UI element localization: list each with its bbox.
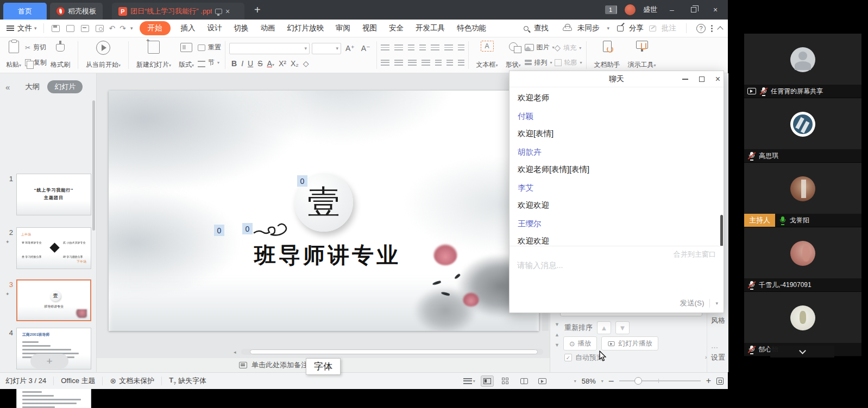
text-direction-icon[interactable] [431,44,439,50]
slide-thumb-3-selected[interactable]: 3 ✦ 壹 班导师讲专业 [0,279,97,324]
chevron-down-icon[interactable]: ▾ [601,379,603,384]
thumbnail-selected[interactable]: 壹 班导师讲专业 [16,279,91,321]
help-icon[interactable]: ? [696,24,706,33]
style-tab[interactable]: 风格 [711,316,725,326]
user-avatar[interactable] [625,4,636,15]
slideshow-play-button[interactable]: 幻灯片播放 [601,336,658,350]
copy-button[interactable]: 复制 [25,58,47,67]
textbox-button[interactable]: A 文本框▾ [473,40,502,70]
menu-tab-security[interactable]: 安全 [389,23,404,33]
line-spacing-icon[interactable] [444,44,453,50]
menu-tab-view[interactable]: 视图 [362,23,377,33]
presentation-tools-button[interactable]: 演示工具▾ [624,40,660,70]
reading-view-button[interactable] [518,375,531,387]
tab-home[interactable]: 首页 [3,3,47,20]
shapes-button[interactable]: 形状▾ [502,40,525,70]
menu-icon[interactable] [7,25,14,31]
quickbar-more-icon[interactable]: ▾ [130,25,133,31]
chat-input[interactable] [516,260,679,270]
clear-format-icon[interactable]: ◇ [303,59,309,68]
zoom-out-button[interactable]: – [609,376,614,386]
participant-tile[interactable]: 千雪儿,-41907091 [744,227,861,292]
participant-tile[interactable]: 主持人 戈誉阳 [744,163,861,227]
cloud-sync-icon[interactable] [563,26,572,31]
window-count-badge[interactable]: 1 [605,5,617,14]
outline-tab[interactable]: 大纲 [25,82,40,92]
chat-sender[interactable]: 付颖 [518,111,708,122]
redo-icon[interactable]: ↷ [119,24,126,33]
menu-tab-slideshow[interactable]: 幻灯片放映 [287,23,324,33]
subscript-button[interactable]: X₂ [291,59,299,68]
menu-tab-design[interactable]: 设计 [207,23,222,33]
participant-tile[interactable]: 高思琪 [744,98,861,163]
scroll-down-icon[interactable]: ▼ [555,322,559,327]
scroll-left-icon[interactable]: ◂ [234,349,236,355]
missing-font-label[interactable]: 缺失字体 [178,376,206,386]
protection-status[interactable]: 文档未保护 [119,376,154,386]
merge-to-main-link[interactable]: 合并到主窗口 [674,250,716,259]
chat-sender[interactable]: 李艾 [518,183,708,193]
menu-tab-home[interactable]: 开始 [140,21,171,35]
bold-button[interactable]: B [231,59,237,68]
numbered-list-icon[interactable] [394,44,403,50]
slide-canvas[interactable]: 壹 0 0 0 班导师讲专业 [109,91,539,331]
bullet-list-icon[interactable] [381,44,389,50]
menu-tab-insert[interactable]: 插入 [181,23,196,33]
zoom-slider[interactable] [619,380,701,381]
file-menu[interactable]: 文件 [17,23,32,33]
normal-view-button[interactable] [481,375,494,387]
close-window-icon[interactable]: × [708,5,722,14]
page-up-icon[interactable]: ▲ [555,332,559,337]
theme-label[interactable]: Office 主题 [61,376,95,386]
minimize-icon[interactable]: – [665,5,679,14]
chat-titlebar[interactable]: 聊天 × [510,71,724,87]
chat-close-icon[interactable]: × [715,74,720,84]
decrease-font-button[interactable]: A⁻ [361,44,370,53]
collapse-ribbon-icon[interactable] [717,26,723,32]
user-name[interactable]: 盛世 [643,5,657,15]
font-name-select[interactable]: ▾ [229,43,310,54]
send-options-icon[interactable]: ▾ [715,301,718,306]
font-size-select[interactable]: ▾ [312,43,341,54]
settings-tab[interactable]: 设置 [711,353,725,362]
close-tab-icon[interactable]: × [225,7,230,16]
layout-button[interactable]: 版式▾ [175,40,198,70]
chevron-right-icon[interactable]: › [705,354,707,360]
align-text-icon[interactable] [458,44,464,50]
cut-button[interactable]: ✂剪切 [25,43,47,52]
columns-icon[interactable] [446,60,453,66]
increase-font-button[interactable]: A⁺ [345,44,355,53]
menu-tab-review[interactable]: 审阅 [336,23,350,33]
chevron-down-icon[interactable]: ▾ [34,25,37,31]
chat-maximize-icon[interactable] [699,76,705,82]
slide-thumb-1[interactable]: 1 “线上学习我能行” 主题团日 [0,174,97,218]
slides-tab[interactable]: 幻灯片 [47,80,83,93]
doc-assistant-button[interactable]: 文档助手 [590,40,624,70]
zoom-slider-handle[interactable] [634,377,642,385]
export-icon[interactable] [66,25,74,32]
align-left-icon[interactable] [381,60,389,66]
zoom-in-button[interactable]: + [706,376,711,386]
new-tab-button[interactable]: + [254,4,261,15]
justify-icon[interactable] [422,60,430,66]
play-from-current-button[interactable]: 从当前开始▾ [82,40,124,70]
page-down-icon[interactable]: ▼ [555,342,559,348]
arrange-button[interactable]: 排列▾ [525,58,555,67]
print-icon[interactable] [81,25,89,32]
participant-tile[interactable]: 任霄霄的屏幕共享 [744,34,861,98]
more-options-icon[interactable] [711,25,713,32]
chat-sender[interactable]: 胡歆卉 [518,147,708,157]
slide-title[interactable]: 班导师讲专业 [249,240,406,270]
italic-button[interactable]: I [241,59,243,68]
decrease-indent-icon[interactable] [408,44,414,50]
new-slide-button[interactable]: 新建幻灯片▾ [133,40,175,70]
fill-button[interactable]: ◇填充▾ [555,43,582,53]
share-icon[interactable] [617,25,624,31]
picture-button[interactable]: 图片▾ [525,43,555,52]
animation-order-badge[interactable]: 0 [214,225,224,236]
menu-tab-transition[interactable]: 切换 [234,23,249,33]
chat-minimize-icon[interactable] [682,79,688,80]
add-slide-button[interactable]: + [30,354,68,368]
horizontal-scrollbar[interactable] [241,349,543,355]
share-label[interactable]: 分享 [629,23,644,33]
